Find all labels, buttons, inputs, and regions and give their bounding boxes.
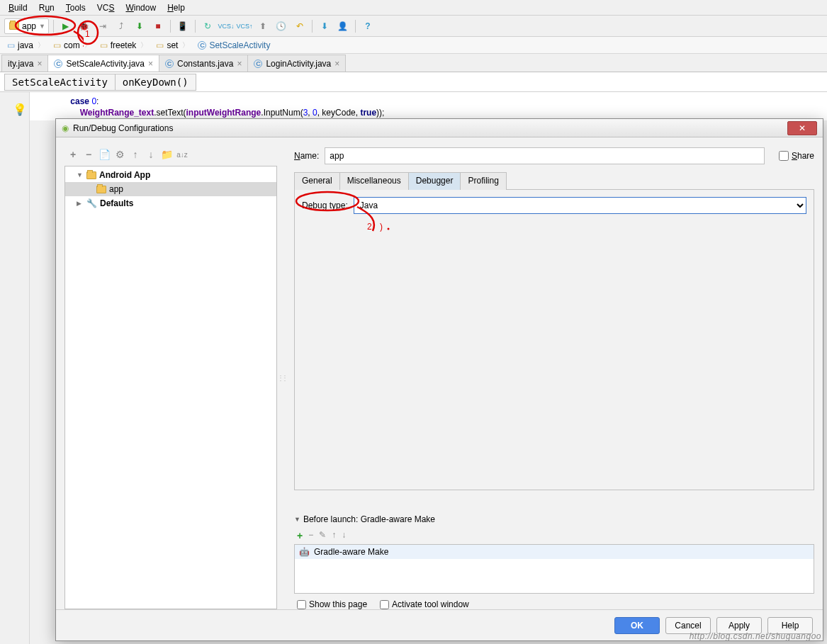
crumb-com[interactable]: ▭com	[49, 38, 96, 52]
config-detail-pane: Name: Share General Miscellaneous Debugg…	[283, 146, 814, 609]
editor-tabs: ity.java× CSetScaleActivity.java× CConst…	[0, 54, 827, 72]
menu-bar: Build Run Tools VCS Window Help	[0, 0, 827, 16]
tab-misc[interactable]: Miscellaneous	[339, 172, 409, 190]
before-launch-list[interactable]: 🤖 Gradle-aware Make	[294, 544, 814, 594]
bl-remove-button[interactable]: −	[308, 530, 313, 541]
name-label: Name:	[294, 151, 319, 161]
close-icon[interactable]: ×	[148, 59, 153, 69]
crumb-class[interactable]: CSetScaleActivity	[193, 38, 279, 52]
avd-button[interactable]: 📱	[175, 18, 191, 34]
coverage-button[interactable]: ⇥	[95, 18, 111, 34]
menu-vcs[interactable]: VCS	[91, 1, 120, 14]
run-config-selector[interactable]: app ▼	[4, 18, 49, 34]
sdk-manager-button[interactable]: ⬇	[317, 18, 332, 34]
debug-type-label: Debug type:	[302, 200, 348, 210]
run-button[interactable]: ▶	[58, 18, 74, 34]
debug-button[interactable]: 🐞	[77, 18, 92, 34]
tab-debugger[interactable]: Debugger	[408, 172, 461, 190]
before-launch-label: Before launch: Gradle-aware Make	[303, 514, 435, 524]
folder-icon	[9, 22, 19, 30]
class-icon: C	[254, 60, 262, 68]
close-icon[interactable]: ×	[237, 59, 242, 69]
watermark: http://blog.csdn.net/shuguangoo	[690, 631, 821, 641]
toolbar: app ▼ ▶ 🐞 ⇥ ⤴ ⬇ ■ 📱 ↻ VCS↓ VCS↑ ⬆ 🕓 ↶ ⬇ …	[0, 16, 827, 37]
tree-toolbar: + − 📄 ⚙ ↑ ↓ 📁 a↓z	[64, 146, 277, 163]
menu-run[interactable]: Run	[33, 1, 60, 14]
expand-icon[interactable]: ▶	[77, 200, 84, 207]
folder-icon	[96, 186, 106, 193]
debug-type-select[interactable]: Java	[354, 197, 806, 214]
share-checkbox[interactable]: Share	[779, 151, 814, 161]
menu-window[interactable]: Window	[120, 1, 162, 14]
class-crumb[interactable]: SetScaleActivity	[4, 74, 116, 91]
android-monitor-button[interactable]: 👤	[335, 18, 351, 34]
vcs-history-button[interactable]: 🕓	[274, 18, 289, 34]
editor-tab-constants[interactable]: CConstants.java×	[159, 55, 248, 72]
vcs-commit-button[interactable]: VCS↑	[237, 18, 252, 34]
method-crumb[interactable]: onKeyDown()	[116, 74, 196, 91]
chevron-down-icon: ▼	[39, 23, 45, 30]
config-tree[interactable]: ▼ Android App app ▶ 🔧 Defaults	[64, 166, 277, 609]
config-name-input[interactable]	[325, 147, 765, 164]
add-config-button[interactable]: +	[67, 149, 79, 160]
expand-icon[interactable]: ▼	[77, 171, 84, 179]
code-editor[interactable]: case 0: WeightRange_text.setText(inputWe…	[0, 92, 827, 120]
bl-add-button[interactable]: +	[297, 530, 303, 541]
before-launch-item[interactable]: 🤖 Gradle-aware Make	[295, 545, 814, 559]
dialog-titlebar: ◉ Run/Debug Configurations ✕	[56, 119, 823, 137]
intention-bulb-icon[interactable]: 💡	[13, 103, 27, 116]
copy-config-button[interactable]: 📄	[99, 149, 110, 160]
editor-tab-setscale[interactable]: CSetScaleActivity.java×	[47, 55, 159, 72]
sync-button[interactable]: ↻	[200, 18, 215, 34]
menu-build[interactable]: Build	[3, 1, 33, 14]
editor-tab-login[interactable]: CLoginActivity.java×	[247, 55, 346, 72]
move-up-button[interactable]: ↑	[130, 149, 141, 160]
crumb-set[interactable]: ▭set	[152, 38, 193, 52]
dialog-title: Run/Debug Configurations	[73, 123, 787, 133]
folder-icon	[86, 171, 96, 179]
crumb-java[interactable]: ▭java	[3, 38, 49, 52]
class-icon: C	[54, 60, 62, 68]
bl-edit-button[interactable]: ✎	[319, 530, 326, 541]
before-launch-section: ▼ Before launch: Gradle-aware Make + − ✎…	[294, 514, 814, 609]
close-button[interactable]: ✕	[787, 121, 817, 135]
wrench-icon: 🔧	[86, 198, 97, 208]
tree-node-android-app[interactable]: ▼ Android App	[65, 168, 276, 182]
close-icon[interactable]: ×	[37, 59, 42, 69]
tab-profiling[interactable]: Profiling	[460, 172, 506, 190]
help-button[interactable]: ?	[360, 18, 376, 34]
tree-node-app[interactable]: app	[65, 182, 276, 196]
crumb-freetek[interactable]: ▭freetek	[96, 38, 152, 52]
class-icon: C	[198, 41, 206, 50]
move-down-button[interactable]: ↓	[145, 149, 157, 160]
show-this-page-checkbox[interactable]: Show this page	[297, 599, 367, 609]
editor-tab-partial[interactable]: ity.java×	[1, 55, 48, 72]
remove-config-button[interactable]: −	[83, 149, 94, 160]
class-icon: C	[165, 60, 174, 68]
folder-button[interactable]: 📁	[161, 149, 172, 160]
bl-down-button[interactable]: ↓	[342, 530, 346, 541]
tab-content: Debug type: Java	[294, 190, 814, 490]
attach-button[interactable]: ⬇	[132, 18, 147, 34]
run-config-label: app	[22, 21, 36, 31]
close-icon[interactable]: ×	[334, 59, 339, 69]
tab-general[interactable]: General	[294, 172, 340, 190]
save-config-button[interactable]: ⚙	[114, 149, 125, 160]
tree-node-defaults[interactable]: ▶ 🔧 Defaults	[65, 196, 276, 210]
vcs-push-button[interactable]: ⬆	[255, 18, 271, 34]
vcs-update-button[interactable]: VCS↓	[218, 18, 234, 34]
stop-button[interactable]: ■	[150, 18, 166, 34]
revert-button[interactable]: ↶	[292, 18, 308, 34]
ok-button[interactable]: OK	[614, 617, 660, 634]
activate-tool-window-checkbox[interactable]: Activate tool window	[380, 599, 469, 609]
sort-button[interactable]: a↓z	[176, 149, 188, 160]
method-breadcrumb: SetScaleActivity onKeyDown()	[0, 72, 827, 92]
menu-help[interactable]: Help	[162, 1, 191, 14]
menu-tools[interactable]: Tools	[60, 1, 91, 14]
breadcrumb: ▭java ▭com ▭freetek ▭set CSetScaleActivi…	[0, 37, 827, 54]
gutter	[0, 92, 30, 644]
bl-up-button[interactable]: ↑	[332, 530, 336, 541]
splitter[interactable]	[277, 146, 283, 609]
collapse-icon[interactable]: ▼	[294, 516, 300, 523]
profile-button[interactable]: ⤴	[113, 18, 129, 34]
